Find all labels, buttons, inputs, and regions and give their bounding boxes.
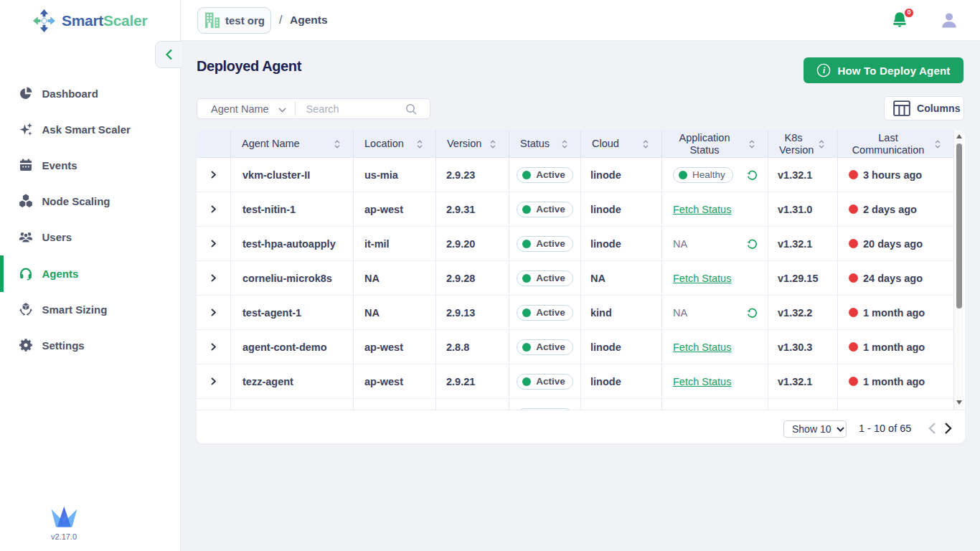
svg-text:i: i [823,66,826,75]
